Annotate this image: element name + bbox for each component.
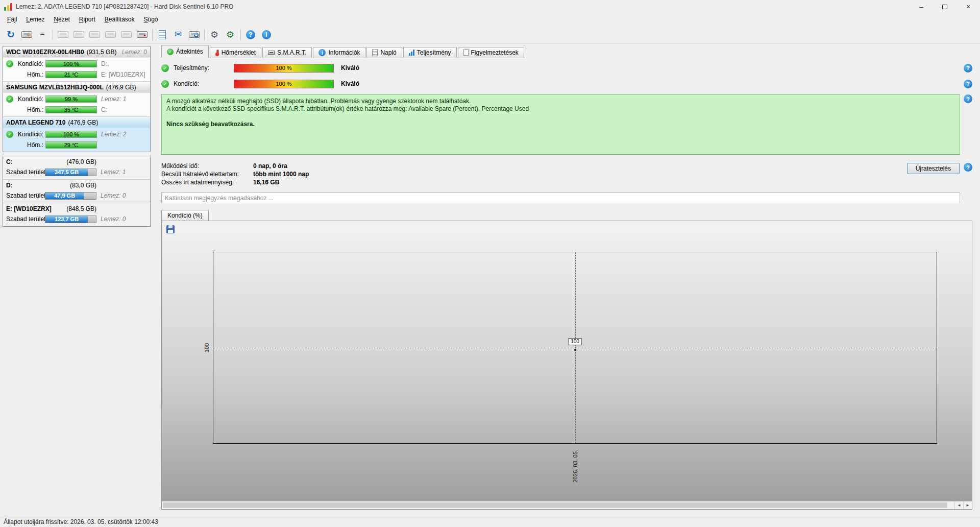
menu-riport[interactable]: Riport bbox=[75, 14, 100, 25]
toolbar-separator bbox=[53, 29, 53, 40]
tab-homerseklet[interactable]: Hőmérséklet bbox=[210, 47, 261, 58]
save-report-icon bbox=[74, 31, 84, 38]
save-report-button[interactable] bbox=[71, 28, 86, 42]
partition-list: C: (476,0 GB) Szabad terület 347,5 GB Le… bbox=[3, 156, 151, 227]
menu-fajl[interactable]: Fájl bbox=[3, 14, 21, 25]
advanced-settings-icon: ⚙ bbox=[226, 29, 234, 40]
scroll-left-button[interactable]: ◄ bbox=[954, 501, 963, 509]
disk-header: ADATA LEGEND 710 (476,9 GB) bbox=[3, 117, 150, 128]
disk-export-icon bbox=[105, 31, 116, 38]
disk-name: WDC WD10EZRX-00L4HB0 bbox=[6, 49, 84, 56]
tab-label: Napló bbox=[380, 49, 396, 56]
partition-item-c[interactable]: C: (476,0 GB) Szabad terület 347,5 GB Le… bbox=[3, 156, 150, 180]
tab-smart[interactable]: S.M.A.R.T. bbox=[262, 47, 312, 58]
status-message-line: A kondíciót a következő SSD-specifikus S… bbox=[166, 105, 955, 113]
toolbar: ↻ ⚙ ≡ ▲ ✉ ⚙ ⚙ ? i bbox=[0, 26, 980, 44]
tab-attekintes[interactable]: Áttekintés bbox=[161, 45, 209, 58]
free-space-label: Szabad terület bbox=[6, 215, 45, 223]
minimize-button[interactable]: – bbox=[910, 0, 933, 13]
help-button[interactable]: ? bbox=[243, 28, 258, 42]
settings-button[interactable]: ⚙ bbox=[207, 28, 222, 42]
info-button[interactable]: i bbox=[259, 28, 274, 42]
help-icon[interactable] bbox=[964, 163, 972, 172]
disk-item-samsung[interactable]: SAMSUNG MZVLB512HBJQ-000L (476,9 GB) Kon… bbox=[3, 82, 150, 117]
menu-nezet[interactable]: Nézet bbox=[49, 14, 74, 25]
partition-item-d[interactable]: D: (83,0 GB) Szabad terület 47,9 GB Leme… bbox=[3, 180, 150, 203]
disk-header: SAMSUNG MZVLB512HBJQ-000L (476,9 GB) bbox=[3, 82, 150, 93]
mail-button[interactable]: ✉ bbox=[170, 28, 186, 42]
help-icon[interactable] bbox=[964, 80, 972, 88]
printer-button[interactable] bbox=[55, 28, 70, 42]
save-chart-button[interactable] bbox=[166, 225, 175, 234]
free-space-bar: 47,9 GB bbox=[45, 192, 96, 200]
condition-rating: Kiváló bbox=[341, 80, 359, 87]
partition-header: E: [WD10EZRX] (848,5 GB) bbox=[3, 204, 150, 213]
temperature-bar: 21 °C bbox=[45, 71, 97, 78]
magnifier-icon bbox=[194, 33, 199, 37]
condition-row: Kondíció: 100 % Lemez: 2 bbox=[3, 129, 150, 139]
partition-header: C: (476,0 GB) bbox=[3, 157, 150, 166]
scrollbar-thumb[interactable] bbox=[163, 502, 947, 508]
data-point-marker bbox=[574, 349, 576, 351]
condition-value: 100 % bbox=[63, 61, 79, 67]
thermometer-icon bbox=[215, 50, 219, 56]
disk-list: WDC WD10EZRX-00L4HB0 (931,5 GB) Lemez: 0… bbox=[3, 46, 151, 152]
disk-search-button[interactable] bbox=[186, 28, 202, 42]
disk-eject-button[interactable]: ▲ bbox=[134, 28, 150, 42]
tab-label: S.M.A.R.T. bbox=[277, 49, 306, 56]
info-icon: i bbox=[318, 49, 326, 56]
tab-figyelmeztetesek[interactable]: Figyelmeztetések bbox=[458, 47, 524, 58]
condition-value: 99 % bbox=[65, 96, 78, 102]
free-space-value: 47,9 GB bbox=[54, 193, 75, 199]
menu-sugo[interactable]: Súgó bbox=[139, 14, 162, 25]
disk-search-icon bbox=[189, 31, 200, 38]
overview-check-icon bbox=[167, 49, 174, 55]
temperature-row: Hőm.: 35 °C C: bbox=[3, 105, 150, 114]
maximize-button[interactable] bbox=[933, 0, 957, 13]
scrollbar-track[interactable] bbox=[947, 501, 954, 509]
free-space-label: Szabad terület bbox=[6, 192, 45, 199]
disk-name: ADATA LEGEND 710 bbox=[6, 119, 65, 126]
scroll-right-button[interactable]: ► bbox=[963, 501, 972, 509]
help-icon[interactable] bbox=[964, 94, 972, 103]
chart-tab-kondicio[interactable]: Kondíció (%) bbox=[161, 210, 209, 221]
disk-item-adata[interactable]: ADATA LEGEND 710 (476,9 GB) Kondíció: 10… bbox=[3, 117, 150, 152]
condition-bar: 99 % bbox=[45, 95, 97, 103]
y-axis-tick-label: 100 bbox=[204, 343, 210, 352]
temperature-label: Hőm.: bbox=[14, 71, 43, 78]
performance-row: Teljesítmény: 100 % Kiváló bbox=[161, 63, 972, 73]
main-panel: Áttekintés Hőmérséklet S.M.A.R.T. i Info… bbox=[153, 44, 980, 516]
close-button[interactable]: × bbox=[957, 0, 980, 13]
device-list-button[interactable]: ≡ bbox=[35, 28, 50, 42]
retest-button[interactable]: Újratesztelés bbox=[907, 163, 960, 174]
tab-teljesitmeny[interactable]: Teljesítmény bbox=[403, 47, 457, 58]
tab-informaciok[interactable]: i Információk bbox=[313, 47, 365, 58]
content: WDC WD10EZRX-00L4HB0 (931,5 GB) Lemez: 0… bbox=[0, 44, 980, 516]
help-icon[interactable] bbox=[964, 64, 972, 73]
tab-label: Áttekintés bbox=[176, 48, 203, 55]
overview-section: Teljesítmény: 100 % Kiváló Kondíció: 100… bbox=[161, 58, 972, 203]
performance-chart-icon bbox=[409, 50, 414, 56]
comment-input[interactable] bbox=[161, 193, 960, 203]
disk-copy-button[interactable] bbox=[87, 28, 102, 42]
help-icon: ? bbox=[246, 30, 255, 39]
disk-settings-button[interactable]: ⚙ bbox=[19, 28, 34, 42]
advanced-settings-button[interactable]: ⚙ bbox=[223, 28, 238, 42]
disk-export-button[interactable] bbox=[103, 28, 118, 42]
crosshair-vertical-line bbox=[575, 252, 576, 443]
report-button[interactable] bbox=[155, 28, 170, 42]
status-ok-icon bbox=[6, 95, 13, 103]
tab-naplo[interactable]: Napló bbox=[366, 47, 402, 58]
disk-partitions-label: D:, bbox=[101, 60, 109, 67]
menu-lemez[interactable]: Lemez bbox=[21, 14, 49, 25]
menu-beallitasok[interactable]: Beállítások bbox=[100, 14, 139, 25]
tab-label: Hőmérséklet bbox=[222, 49, 256, 56]
condition-row: Kondíció: 99 % Lemez: 1 bbox=[3, 94, 150, 104]
disk-tools-button[interactable] bbox=[118, 28, 134, 42]
titlebar: Lemez: 2, ADATA LEGEND 710 [4P0821287420… bbox=[0, 0, 980, 13]
stats-list: Működési idő: 0 nap, 0 óra Becsült hátra… bbox=[161, 162, 309, 186]
refresh-button[interactable]: ↻ bbox=[3, 28, 18, 42]
disk-item-wdc[interactable]: WDC WD10EZRX-00L4HB0 (931,5 GB) Lemez: 0… bbox=[3, 46, 150, 82]
partition-item-e[interactable]: E: [WD10EZRX] (848,5 GB) Szabad terület … bbox=[3, 203, 150, 226]
free-space-value: 123,7 GB bbox=[55, 216, 79, 222]
